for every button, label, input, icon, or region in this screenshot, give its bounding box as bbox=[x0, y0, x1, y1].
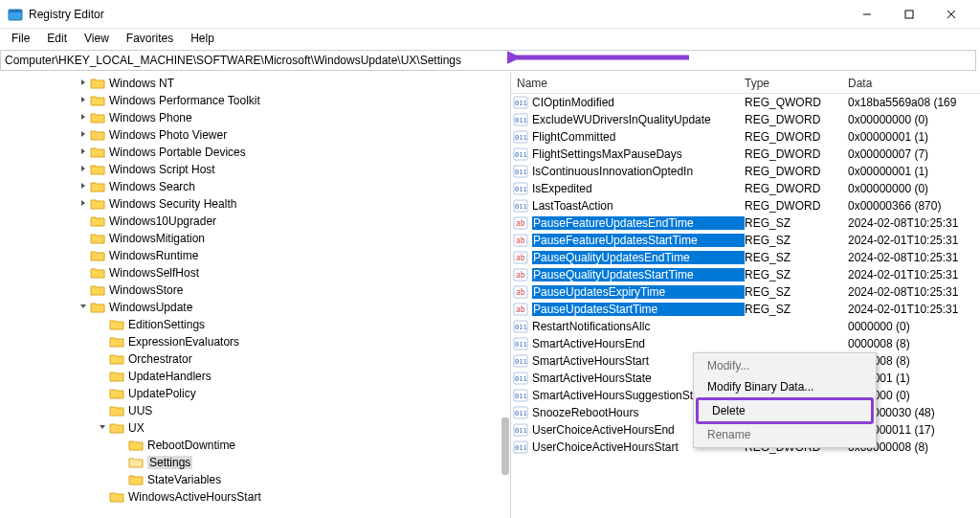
tree-item[interactable]: WindowsStore bbox=[0, 282, 510, 299]
registry-value-row[interactable]: 011IsExpeditedREG_DWORD0x00000000 (0) bbox=[511, 180, 980, 197]
tree-item[interactable]: Settings bbox=[0, 454, 510, 471]
menu-file[interactable]: File bbox=[4, 30, 37, 47]
tree-label: Windows Security Health bbox=[109, 197, 236, 211]
tree-item[interactable]: Windows NT bbox=[0, 75, 510, 92]
folder-icon bbox=[109, 421, 124, 435]
address-bar[interactable]: Computer\HKEY_LOCAL_MACHINE\SOFTWARE\Mic… bbox=[0, 50, 976, 71]
svg-text:011: 011 bbox=[515, 427, 527, 435]
tree-label: Settings bbox=[147, 456, 192, 469]
value-name: PauseUpdatesStartTime bbox=[532, 303, 745, 316]
menu-view[interactable]: View bbox=[77, 30, 117, 47]
tree-item[interactable]: Windows Portable Devices bbox=[0, 144, 510, 161]
value-type: REG_SZ bbox=[745, 268, 848, 282]
tree-pane[interactable]: Windows NTWindows Performance ToolkitWin… bbox=[0, 73, 511, 518]
svg-text:011: 011 bbox=[515, 375, 527, 383]
menu-bar: File Edit View Favorites Help bbox=[0, 29, 980, 48]
registry-value-row[interactable]: 011LastToastActionREG_DWORD0x00000366 (8… bbox=[511, 197, 980, 214]
tree-item[interactable]: Windows Security Health bbox=[0, 195, 510, 213]
value-data: 0000008 (8) bbox=[848, 337, 980, 350]
menu-favorites[interactable]: Favorites bbox=[119, 30, 181, 47]
tree-item[interactable]: ExpressionEvaluators bbox=[0, 333, 510, 350]
expand-icon[interactable] bbox=[77, 112, 90, 124]
registry-value-row[interactable]: abPauseUpdatesExpiryTimeREG_SZ2024-02-08… bbox=[511, 283, 980, 301]
expand-icon[interactable] bbox=[77, 164, 90, 175]
tree-label: WindowsSelfHost bbox=[109, 266, 199, 280]
menu-help[interactable]: Help bbox=[183, 30, 222, 47]
value-data: 0x00000000 (0) bbox=[848, 182, 980, 195]
value-type: REG_QWORD bbox=[745, 96, 848, 109]
list-pane[interactable]: Name Type Data 011CIOptinModifiedREG_QWO… bbox=[511, 73, 980, 518]
folder-icon bbox=[90, 301, 105, 314]
svg-text:011: 011 bbox=[515, 117, 527, 124]
string-value-icon: ab bbox=[513, 284, 528, 300]
tree-item[interactable]: Windows10Upgrader bbox=[0, 213, 510, 230]
tree-scrollbar-thumb[interactable] bbox=[501, 417, 509, 475]
binary-value-icon: 011 bbox=[513, 129, 528, 145]
tree-item[interactable]: Windows Photo Viewer bbox=[0, 126, 510, 144]
minimize-button[interactable] bbox=[846, 0, 888, 29]
registry-value-row[interactable]: abPauseFeatureUpdatesEndTimeREG_SZ2024-0… bbox=[511, 214, 980, 232]
registry-value-row[interactable]: 011FlightSettingsMaxPauseDaysREG_DWORD0x… bbox=[511, 146, 980, 163]
registry-value-row[interactable]: 011FlightCommittedREG_DWORD0x00000001 (1… bbox=[511, 128, 980, 146]
tree-item[interactable]: UpdatePolicy bbox=[0, 385, 510, 402]
ctx-modify-binary[interactable]: Modify Binary Data... bbox=[694, 376, 876, 397]
tree-item[interactable]: UX bbox=[0, 419, 510, 437]
expand-icon[interactable] bbox=[77, 95, 90, 106]
value-type: REG_DWORD bbox=[745, 165, 848, 178]
registry-value-row[interactable]: abPauseQualityUpdatesEndTimeREG_SZ2024-0… bbox=[511, 249, 980, 266]
registry-value-row[interactable]: 011IsContinuousInnovationOptedInREG_DWOR… bbox=[511, 163, 980, 180]
column-name[interactable]: Name bbox=[511, 73, 745, 93]
binary-value-icon: 011 bbox=[513, 388, 528, 403]
registry-value-row[interactable]: abPauseQualityUpdatesStartTimeREG_SZ2024… bbox=[511, 266, 980, 283]
expand-icon[interactable] bbox=[77, 146, 90, 158]
svg-text:ab: ab bbox=[516, 305, 525, 314]
tree-item[interactable]: Windows Search bbox=[0, 178, 510, 195]
tree-item[interactable]: RebootDowntime bbox=[0, 437, 510, 454]
value-name: RestartNotificationsAllc bbox=[532, 320, 745, 333]
ctx-modify[interactable]: Modify... bbox=[694, 355, 876, 376]
expand-icon[interactable] bbox=[77, 129, 90, 141]
tree-item[interactable]: WindowsUpdate bbox=[0, 299, 510, 316]
value-name: IsContinuousInnovationOptedIn bbox=[532, 165, 745, 178]
app-icon bbox=[8, 7, 23, 22]
tree-item[interactable]: UpdateHandlers bbox=[0, 368, 510, 385]
tree-item[interactable]: WindowsMitigation bbox=[0, 230, 510, 247]
column-data[interactable]: Data bbox=[848, 73, 980, 93]
expand-icon[interactable] bbox=[77, 181, 90, 192]
ctx-rename[interactable]: Rename bbox=[694, 424, 876, 445]
close-button[interactable] bbox=[930, 0, 972, 29]
tree-item[interactable]: StateVariables bbox=[0, 471, 510, 488]
registry-value-row[interactable]: 011CIOptinModifiedREG_QWORD0x18ba5569a08… bbox=[511, 94, 980, 111]
tree-item[interactable]: Windows Script Host bbox=[0, 161, 510, 178]
column-type[interactable]: Type bbox=[745, 73, 848, 93]
tree-item[interactable]: UUS bbox=[0, 402, 510, 419]
menu-edit[interactable]: Edit bbox=[39, 30, 75, 47]
registry-value-row[interactable]: abPauseFeatureUpdatesStartTimeREG_SZ2024… bbox=[511, 232, 980, 249]
value-name: PauseQualityUpdatesStartTime bbox=[532, 268, 745, 282]
tree-item[interactable]: EditionSettings bbox=[0, 316, 510, 333]
expand-icon[interactable] bbox=[77, 302, 90, 313]
registry-value-row[interactable]: abPauseUpdatesStartTimeREG_SZ2024-02-01T… bbox=[511, 301, 980, 318]
registry-value-row[interactable]: 011ExcludeWUDriversInQualityUpdateREG_DW… bbox=[511, 111, 980, 128]
expand-icon[interactable] bbox=[96, 422, 109, 434]
tree-item[interactable]: WindowsSelfHost bbox=[0, 264, 510, 282]
value-data: 2024-02-01T10:25:31 bbox=[848, 268, 980, 282]
value-name: PauseUpdatesExpiryTime bbox=[532, 285, 745, 299]
expand-icon[interactable] bbox=[77, 78, 90, 89]
tree-label: UUS bbox=[128, 404, 152, 417]
folder-icon bbox=[109, 387, 124, 400]
registry-value-row[interactable]: 011RestartNotificationsAllc0000000 (0) bbox=[511, 318, 980, 335]
registry-value-row[interactable]: 011SmartActiveHoursEnd0000008 (8) bbox=[511, 335, 980, 352]
ctx-delete[interactable]: Delete bbox=[696, 397, 874, 424]
tree-item[interactable]: WindowsRuntime bbox=[0, 247, 510, 264]
string-value-icon: ab bbox=[513, 250, 528, 265]
value-data: 2024-02-08T10:25:31 bbox=[848, 251, 980, 264]
tree-item[interactable]: Windows Performance Toolkit bbox=[0, 92, 510, 109]
expand-icon[interactable] bbox=[77, 198, 90, 210]
tree-item[interactable]: WindowsActiveHoursStart bbox=[0, 488, 510, 506]
maximize-button[interactable] bbox=[888, 0, 930, 29]
svg-rect-3 bbox=[905, 11, 913, 18]
tree-item[interactable]: Windows Phone bbox=[0, 109, 510, 126]
main-area: Windows NTWindows Performance ToolkitWin… bbox=[0, 73, 980, 518]
tree-item[interactable]: Orchestrator bbox=[0, 350, 510, 368]
